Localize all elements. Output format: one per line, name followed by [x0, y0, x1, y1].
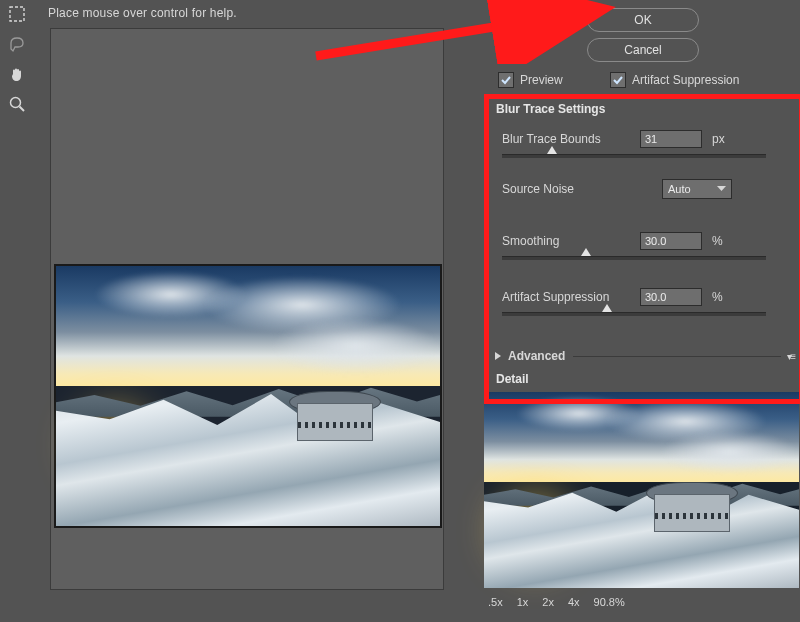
artifact-suppression-checkbox[interactable]: Artifact Suppression	[610, 72, 739, 88]
blur-trace-bounds-slider[interactable]	[502, 154, 766, 158]
detail-title: Detail	[496, 372, 529, 386]
triangle-right-icon	[494, 351, 502, 361]
tool-strip	[2, 0, 32, 622]
checkmark-icon	[498, 72, 514, 88]
hand-icon	[8, 65, 26, 83]
svg-rect-0	[10, 7, 24, 21]
smoothing-row: Smoothing %	[502, 230, 792, 252]
marquee-icon	[8, 5, 26, 23]
blur-trace-bounds-input[interactable]	[640, 130, 702, 148]
zoom-bar: .5x 1x 2x 4x 90.8%	[488, 592, 800, 612]
blur-trace-bounds-unit: px	[712, 132, 725, 146]
ok-button[interactable]: OK	[587, 8, 699, 32]
smoothing-unit: %	[712, 234, 723, 248]
smoothing-label: Smoothing	[502, 234, 640, 248]
source-noise-row: Source Noise Auto	[502, 178, 792, 200]
cancel-button[interactable]: Cancel	[587, 38, 699, 62]
lasso-tool[interactable]	[5, 32, 29, 56]
artifact-suppression-row: Artifact Suppression %	[502, 286, 792, 308]
preview-checkbox[interactable]: Preview	[498, 72, 563, 88]
detail-preview-image[interactable]	[484, 392, 799, 588]
source-noise-select[interactable]: Auto	[662, 179, 732, 199]
advanced-toggle[interactable]: Advanced ▾≡	[494, 346, 794, 366]
advanced-label: Advanced	[508, 349, 565, 363]
lasso-icon	[8, 35, 26, 53]
chevron-down-icon	[717, 186, 726, 192]
marquee-tool[interactable]	[5, 2, 29, 26]
slider-thumb-icon[interactable]	[581, 248, 591, 256]
zoom-0-5x[interactable]: .5x	[488, 596, 503, 608]
main-preview-image[interactable]	[54, 264, 442, 528]
help-hint: Place mouse over control for help.	[48, 6, 237, 20]
source-noise-label: Source Noise	[502, 182, 662, 196]
blur-trace-settings-title: Blur Trace Settings	[496, 102, 605, 116]
artifact-suppression-slider[interactable]	[502, 312, 766, 316]
artifact-suppression-unit: %	[712, 290, 723, 304]
app-window: Place mouse over control for help. OK Ca…	[0, 0, 800, 622]
divider	[573, 356, 781, 357]
svg-line-2	[20, 107, 25, 112]
blur-trace-bounds-label: Blur Trace Bounds	[502, 132, 640, 146]
blur-trace-bounds-row: Blur Trace Bounds px	[502, 128, 792, 150]
zoom-2x[interactable]: 2x	[542, 596, 554, 608]
artifact-suppression-input[interactable]	[640, 288, 702, 306]
magnifier-icon	[8, 95, 26, 113]
preview-checkbox-label: Preview	[520, 73, 563, 87]
checkmark-icon	[610, 72, 626, 88]
zoom-1x[interactable]: 1x	[517, 596, 529, 608]
zoom-current: 90.8%	[594, 596, 625, 608]
hand-tool[interactable]	[5, 62, 29, 86]
source-noise-value: Auto	[668, 183, 691, 195]
smoothing-input[interactable]	[640, 232, 702, 250]
zoom-4x[interactable]: 4x	[568, 596, 580, 608]
zoom-tool[interactable]	[5, 92, 29, 116]
panel-menu-icon[interactable]: ▾≡	[787, 351, 794, 362]
slider-thumb-icon[interactable]	[602, 304, 612, 312]
svg-point-1	[11, 98, 21, 108]
artifact-suppression-label: Artifact Suppression	[502, 290, 640, 304]
slider-thumb-icon[interactable]	[547, 146, 557, 154]
artifact-suppression-checkbox-label: Artifact Suppression	[632, 73, 739, 87]
smoothing-slider[interactable]	[502, 256, 766, 260]
settings-panel: OK Cancel Preview Artifact Suppression B…	[484, 0, 800, 622]
